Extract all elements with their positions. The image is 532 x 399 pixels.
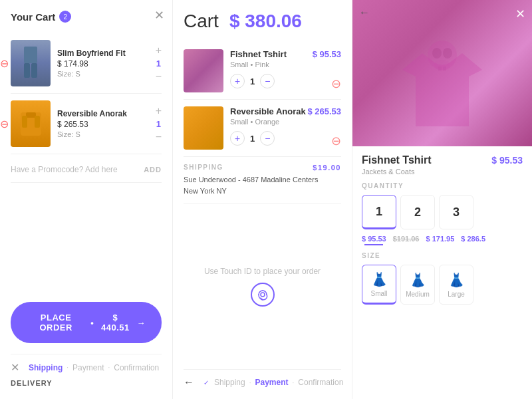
size-options: 👗 Small 👗 Medium 👗 Large — [362, 265, 523, 305]
item-1-name: Slim Boyfriend Fit — [57, 49, 149, 58]
item-1-image — [11, 40, 51, 86]
qty-prices: $ 95.53 $191.06 $ 171.95 $ 286.5 — [362, 235, 523, 245]
left-bottom-nav: ✕ Shipping · Payment · Confirmation DELI… — [11, 354, 162, 388]
item-1-qty-control: + 1 − — [156, 45, 162, 82]
tshirt-silhouette — [402, 47, 482, 133]
svg-point-7 — [261, 293, 265, 297]
touch-id-text: Use Touch ID to place your order — [204, 267, 321, 276]
mid-cart-header: Cart $ 380.06 — [184, 11, 341, 32]
qty-price-val-2: $191.06 — [393, 235, 420, 243]
left-panel: Your Cart 2 ✕ ⊖ Slim Boyfriend Fit $ 174… — [0, 0, 173, 399]
mid-item-1-price: $ 95.53 — [313, 49, 341, 59]
promo-add-button[interactable]: ADD — [144, 166, 162, 174]
item-2-info: Reversible Anorak $ 265.53 Size: S — [57, 109, 149, 138]
mid-panel: Cart $ 380.06 Fishnet Tshirt $ 95.53 Sma… — [173, 0, 352, 399]
item-2-price: $ 265.53 — [57, 120, 149, 129]
item-1-price: $ 174.98 — [57, 59, 149, 68]
cart-item-2: ⊖ Reversible Anorak $ 265.53 Size: S + — [11, 94, 162, 154]
left-nav-step-confirmation[interactable]: Confirmation — [114, 363, 159, 372]
remove-item-1-button[interactable]: ⊖ — [0, 57, 9, 70]
promo-row: Have a Promocode? Add here ADD — [11, 157, 162, 183]
mid-item-2-qty-increase[interactable]: − — [260, 131, 275, 146]
svg-rect-6 — [35, 116, 40, 128]
item-2-size: Size: S — [57, 130, 149, 138]
mid-item-2-name: Reversible Anorak — [230, 106, 306, 116]
mid-item-1-qty-decrease[interactable]: + — [230, 74, 245, 88]
mid-item-2-info: Reversible Anorak $ 265.53 Small • Orang… — [230, 106, 341, 146]
item-1-qty-decrease[interactable]: − — [156, 71, 162, 82]
product-hero-close-button[interactable]: ✕ — [515, 7, 525, 21]
size-option-medium[interactable]: 👗 Medium — [400, 265, 435, 305]
mid-item-2-name-row: Reversible Anorak $ 265.53 — [230, 106, 341, 116]
qty-price-val-1: $ 95.53 — [362, 235, 386, 243]
mid-item-1: Fishnet Tshirt $ 95.53 Small • Pink + 1 … — [184, 43, 341, 100]
cart-item-1: ⊖ Slim Boyfriend Fit $ 174.98 Size: S + … — [11, 33, 162, 94]
quantity-section-label: QUANTITY — [362, 182, 523, 190]
mid-nav-step-payment[interactable]: Payment — [255, 378, 289, 387]
jacket-image — [11, 100, 51, 147]
svg-rect-5 — [22, 116, 27, 128]
svg-rect-0 — [24, 47, 37, 63]
item-2-image — [11, 100, 51, 147]
mid-item-2-qty-value: 1 — [250, 134, 255, 144]
shipping-price: $19.00 — [313, 164, 341, 172]
item-2-qty-control: + 1 − — [156, 106, 162, 142]
qty-price-item-1: $ 95.53 — [362, 235, 386, 245]
left-close-button[interactable]: ✕ — [154, 8, 164, 23]
item-1-info: Slim Boyfriend Fit $ 174.98 Size: S — [57, 49, 149, 78]
jacket-svg — [19, 109, 43, 139]
svg-rect-4 — [26, 112, 36, 118]
qty-price-item-4: $ 286.5 — [461, 235, 485, 245]
qty-option-2[interactable]: 2 — [400, 195, 435, 229]
mid-remove-item-2-button[interactable]: ⊖ — [331, 134, 341, 148]
touch-id-section: Use Touch ID to place your order — [184, 203, 341, 369]
mid-item-2-qty-row: + 1 − — [230, 131, 341, 146]
product-name: Fishnet Tshirt — [362, 154, 432, 166]
left-nav-row: ✕ Shipping · Payment · Confirmation — [11, 361, 162, 374]
mid-item-1-info: Fishnet Tshirt $ 95.53 Small • Pink + 1 … — [230, 49, 341, 88]
left-nav-step-payment[interactable]: Payment — [72, 363, 104, 372]
mid-remove-item-1-button[interactable]: ⊖ — [331, 76, 341, 91]
place-order-label: PLACE ORDER — [27, 313, 85, 332]
jeans-svg — [21, 47, 41, 80]
item-2-qty-value: 1 — [156, 119, 161, 129]
qty-option-1[interactable]: 1 — [362, 195, 396, 229]
size-option-large[interactable]: 👗 Large — [439, 265, 473, 305]
mid-item-1-qty-increase[interactable]: − — [260, 74, 275, 88]
dress-icon-small: 👗 — [371, 271, 388, 287]
mid-item-2-qty-decrease[interactable]: + — [230, 131, 245, 146]
left-panel-header: Your Cart 2 — [11, 11, 162, 23]
mid-item-1-qty-value: 1 — [250, 76, 255, 86]
mid-nav-step-shipping[interactable]: Shipping — [214, 378, 245, 387]
qty-price-val-4: $ 286.5 — [461, 235, 485, 243]
mid-nav-back-button[interactable]: ← — [184, 376, 194, 388]
product-hero-back-button[interactable]: ← — [359, 7, 370, 19]
mid-cart-total: $ 380.06 — [229, 11, 302, 32]
qty-price-item-2: $191.06 — [393, 235, 420, 245]
mid-item-1-name-row: Fishnet Tshirt $ 95.53 — [230, 49, 341, 59]
remove-item-2-button[interactable]: ⊖ — [0, 118, 9, 130]
left-nav-step-shipping[interactable]: Shipping — [29, 363, 63, 372]
size-option-small[interactable]: 👗 Small — [362, 265, 396, 305]
item-2-qty-increase[interactable]: + — [156, 106, 162, 116]
qty-option-3[interactable]: 3 — [439, 195, 473, 229]
right-panel: ← ✕ Fishnet Tshirt $ 95.53 Jackets & Coa… — [352, 0, 532, 399]
mid-cart-items: Fishnet Tshirt $ 95.53 Small • Pink + 1 … — [184, 43, 341, 157]
svg-rect-1 — [24, 63, 30, 78]
mid-item-2-sub: Small • Orange — [230, 118, 341, 126]
place-order-price: $ 440.51 — [99, 313, 131, 332]
left-nav-close-button[interactable]: ✕ — [11, 361, 19, 374]
qty-price-item-3: $ 171.95 — [426, 235, 454, 245]
place-order-separator: • — [90, 318, 94, 328]
dress-icon-medium: 👗 — [410, 272, 426, 288]
svg-rect-2 — [31, 63, 37, 78]
item-1-size: Size: S — [57, 70, 149, 78]
delivery-section-label: DELIVERY — [11, 376, 162, 388]
item-1-qty-increase[interactable]: + — [156, 45, 162, 56]
shipping-label-text: SHIPPING — [184, 164, 223, 172]
item-2-qty-decrease[interactable]: − — [156, 132, 162, 142]
touch-id-icon[interactable] — [251, 283, 275, 307]
mid-nav-step-confirmation[interactable]: Confirmation — [298, 378, 343, 387]
place-order-button[interactable]: PLACE ORDER • $ 440.51 → — [11, 302, 162, 343]
fingerprint-svg — [256, 288, 269, 301]
